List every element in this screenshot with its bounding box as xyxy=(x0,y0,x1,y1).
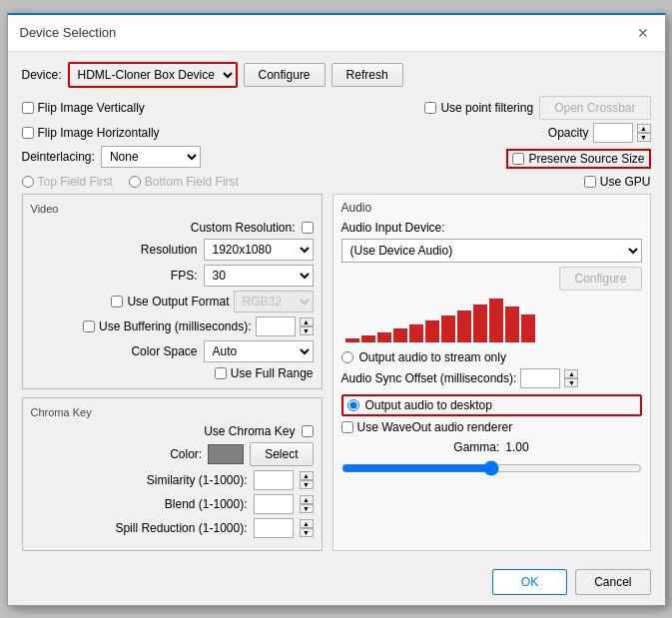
refresh-button[interactable]: Refresh xyxy=(332,63,403,87)
preserve-source-size-row: Preserve Source Size xyxy=(506,149,650,169)
audio-configure-row: Configure xyxy=(341,267,642,291)
waveout-row: Use WaveOut audio renderer xyxy=(341,420,642,434)
resolution-select[interactable]: 1920x10801280x720720x480 xyxy=(204,239,314,261)
similarity-spinner: ▲ ▼ xyxy=(300,471,314,489)
device-select-wrapper: HDML-Cloner Box Device xyxy=(68,62,238,88)
use-gpu-checkbox[interactable] xyxy=(584,176,596,188)
sync-up-btn[interactable]: ▲ xyxy=(564,369,578,378)
resolution-label: Resolution xyxy=(141,243,198,257)
fullrange-checkbox[interactable] xyxy=(215,367,227,379)
use-point-filtering-label: Use point filtering xyxy=(440,101,533,115)
similarity-row: Similarity (1-1000): 0 ▲ ▼ xyxy=(31,470,314,490)
output-format-checkbox[interactable] xyxy=(111,296,123,308)
opacity-input[interactable]: 100 xyxy=(593,123,633,143)
fps-select[interactable]: 30256029.97 xyxy=(204,265,314,287)
gamma-slider-row xyxy=(341,460,642,479)
sync-input[interactable]: 0 xyxy=(520,368,560,388)
cancel-button[interactable]: Cancel xyxy=(575,569,650,595)
gamma-label: Gamma: xyxy=(453,440,499,454)
custom-resolution-checkbox[interactable] xyxy=(302,222,314,234)
buffering-checkbox[interactable] xyxy=(83,320,95,332)
sync-row: Audio Sync Offset (milliseconds): 0 ▲ ▼ xyxy=(341,368,642,388)
colorspace-row: Color Space AutoBT.601BT.709 xyxy=(31,340,314,362)
spill-spinner: ▲ ▼ xyxy=(300,519,314,537)
output-format-select: RGB32 xyxy=(234,291,314,312)
audio-bar xyxy=(393,328,407,342)
blend-spinner: ▲ ▼ xyxy=(300,495,314,513)
output-stream-only-row: Output audio to stream only xyxy=(341,350,642,364)
output-desktop-label: Output audio to desktop xyxy=(365,398,492,412)
use-chroma-key-checkbox[interactable] xyxy=(302,425,314,437)
flip-horizontal-checkbox[interactable] xyxy=(22,127,34,139)
buffering-row: Use Buffering (milliseconds): 0 ▲ ▼ xyxy=(31,316,314,336)
similarity-input[interactable]: 0 xyxy=(254,470,294,490)
audio-bar xyxy=(521,314,535,342)
waveout-label: Use WaveOut audio renderer xyxy=(357,420,513,434)
device-row: Device: HDML-Cloner Box Device Configure… xyxy=(22,62,651,88)
blend-down-btn[interactable]: ▼ xyxy=(300,504,314,513)
use-point-filtering-checkbox[interactable] xyxy=(424,102,436,114)
audio-bar xyxy=(473,305,487,342)
custom-resolution-row: Custom Resolution: xyxy=(31,221,314,235)
configure-button[interactable]: Configure xyxy=(244,63,326,87)
main-sections: Video Custom Resolution: Resolution 1920… xyxy=(22,194,651,551)
top-field-radio[interactable] xyxy=(22,176,34,188)
audio-input-device-select[interactable]: (Use Device Audio) xyxy=(341,239,642,263)
gamma-slider[interactable] xyxy=(341,460,642,476)
blend-label: Blend (1-1000): xyxy=(165,497,248,511)
device-selection-dialog: Device Selection ✕ Device: HDML-Cloner B… xyxy=(7,13,666,606)
flip-vertical-row: Flip Image Vertically xyxy=(22,101,145,115)
close-button[interactable]: ✕ xyxy=(633,23,653,43)
audio-section-title: Audio xyxy=(341,201,642,215)
opacity-down-btn[interactable]: ▼ xyxy=(637,133,651,142)
use-chroma-key-label: Use Chroma Key xyxy=(204,424,295,438)
audio-bar xyxy=(441,315,455,342)
fullrange-row: Use Full Range xyxy=(31,366,314,380)
waveout-checkbox[interactable] xyxy=(341,421,353,433)
dialog-content: Device: HDML-Cloner Box Device Configure… xyxy=(8,52,665,561)
flip-horizontal-label: Flip Image Horizontally xyxy=(38,126,160,140)
similarity-down-btn[interactable]: ▼ xyxy=(300,480,314,489)
opacity-up-btn[interactable]: ▲ xyxy=(637,124,651,133)
deinterlacing-select[interactable]: NoneBlendDiscardLinearYadif xyxy=(101,146,201,168)
spill-up-btn[interactable]: ▲ xyxy=(300,519,314,528)
top-field-first-row: Top Field First xyxy=(22,175,113,189)
video-box: Video Custom Resolution: Resolution 1920… xyxy=(22,194,323,389)
output-format-label: Use Output Format xyxy=(127,295,229,309)
chroma-key-title: Chroma Key xyxy=(31,406,314,418)
similarity-up-btn[interactable]: ▲ xyxy=(300,471,314,480)
sync-down-btn[interactable]: ▼ xyxy=(564,378,578,387)
blend-up-btn[interactable]: ▲ xyxy=(300,495,314,504)
audio-bar xyxy=(425,320,439,342)
gamma-row: Gamma: 1.00 xyxy=(341,440,642,454)
left-section: Video Custom Resolution: Resolution 1920… xyxy=(22,194,323,551)
flip-vertical-checkbox[interactable] xyxy=(22,102,34,114)
spill-row: Spill Reduction (1-1000): 50 ▲ ▼ xyxy=(31,518,314,538)
fps-row: FPS: 30256029.97 xyxy=(31,265,314,287)
device-select[interactable]: HDML-Cloner Box Device xyxy=(70,64,236,86)
spill-down-btn[interactable]: ▼ xyxy=(300,528,314,537)
ok-button[interactable]: OK xyxy=(492,569,567,595)
deinterlacing-label: Deinterlacing: xyxy=(22,150,95,164)
bottom-field-radio[interactable] xyxy=(129,176,141,188)
blend-input[interactable]: 80 xyxy=(254,494,294,514)
select-button[interactable]: Select xyxy=(250,442,313,466)
fps-label: FPS: xyxy=(171,269,198,283)
buffering-input[interactable]: 0 xyxy=(256,316,296,336)
buffering-down-btn[interactable]: ▼ xyxy=(300,326,314,335)
buffering-up-btn[interactable]: ▲ xyxy=(300,317,314,326)
output-stream-only-radio[interactable] xyxy=(341,351,353,363)
spill-input[interactable]: 50 xyxy=(254,518,294,538)
output-desktop-radio[interactable] xyxy=(347,399,359,411)
preserve-source-size-checkbox[interactable] xyxy=(512,153,524,165)
open-crossbar-button: Open Crossbar xyxy=(539,96,650,120)
colorspace-select[interactable]: AutoBT.601BT.709 xyxy=(204,340,314,362)
opacity-spinner: ▲ ▼ xyxy=(637,124,651,142)
video-section-title: Video xyxy=(31,203,314,215)
deinterlacing-row: Deinterlacing: NoneBlendDiscardLinearYad… xyxy=(22,146,201,168)
dialog-title: Device Selection xyxy=(20,25,117,40)
fullrange-label: Use Full Range xyxy=(231,366,314,380)
buffering-spinner: ▲ ▼ xyxy=(300,317,314,335)
audio-section: Audio Audio Input Device: (Use Device Au… xyxy=(333,194,651,551)
flip-horizontal-row: Flip Image Horizontally xyxy=(22,126,160,140)
